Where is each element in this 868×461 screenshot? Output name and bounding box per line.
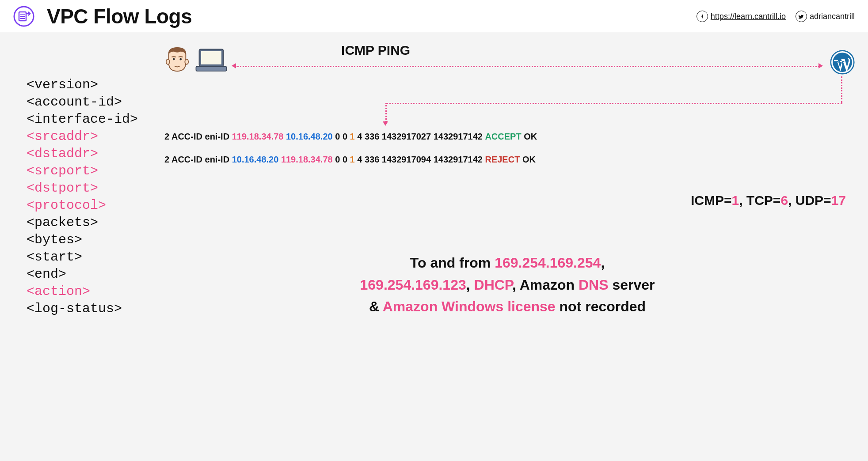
laptop-icon [194,47,229,74]
svg-point-8 [166,59,170,64]
diagram-area: ICMP PING 2 ACC-ID eni-ID 119.18.34.78 1… [164,45,850,318]
header-links: https://learn.cantrill.io adriancantrill [697,11,855,22]
svg-point-9 [185,59,188,64]
field-item: <log-status> [27,300,138,317]
page-title: VPC Flow Logs [47,4,697,28]
log-lines: 2 ACC-ID eni-ID 119.18.34.78 10.16.48.20… [164,125,850,171]
field-item: <srcaddr> [27,128,138,145]
field-item: <dstaddr> [27,145,138,162]
twitter-link[interactable]: adriancantrill [796,11,855,22]
protocol-reference: ICMP=1, TCP=6, UDP=17 [164,193,850,208]
field-item: <account-id> [27,94,138,111]
svg-rect-11 [201,51,221,64]
pointer-line [385,103,387,122]
content: <version><account-id><interface-id><srca… [0,32,868,336]
arrow-right-icon [819,63,823,68]
svg-rect-12 [196,66,227,71]
log-line: 2 ACC-ID eni-ID 119.18.34.78 10.16.48.20… [164,125,850,148]
ping-arrow-line [235,66,819,67]
field-item: <action> [27,283,138,300]
field-item: <dstport> [27,180,138,197]
field-item: <start> [27,249,138,266]
field-list: <version><account-id><interface-id><srca… [27,45,138,318]
field-item: <protocol> [27,197,138,214]
pointer-line [386,103,842,104]
svg-point-6 [173,58,175,60]
field-item: <srcport> [27,162,138,180]
arrow-down-icon [383,121,388,126]
header: VPC Flow Logs https://learn.cantrill.io … [0,0,868,32]
field-item: <version> [27,76,138,94]
field-item: <interface-id> [27,111,138,128]
user-laptop-icon [164,45,229,76]
compass-icon [697,11,708,22]
field-item: <end> [27,266,138,283]
site-link[interactable]: https://learn.cantrill.io [697,11,786,22]
arrow-left-icon [232,63,236,68]
pointer-line [841,76,842,103]
icmp-ping-label: ICMP PING [341,43,410,58]
twitter-icon [796,11,807,22]
field-item: <packets> [27,214,138,231]
user-face-icon [164,45,190,76]
not-recorded-note: To and from 169.254.169.254,169.254.169.… [164,252,850,318]
svg-marker-5 [701,14,703,19]
wordpress-icon [830,50,855,75]
log-line: 2 ACC-ID eni-ID 10.16.48.20 119.18.34.78… [164,148,850,171]
diagram-icon [13,6,34,27]
field-item: <bytes> [27,231,138,249]
svg-point-7 [179,58,182,60]
top-row: ICMP PING [164,45,850,94]
